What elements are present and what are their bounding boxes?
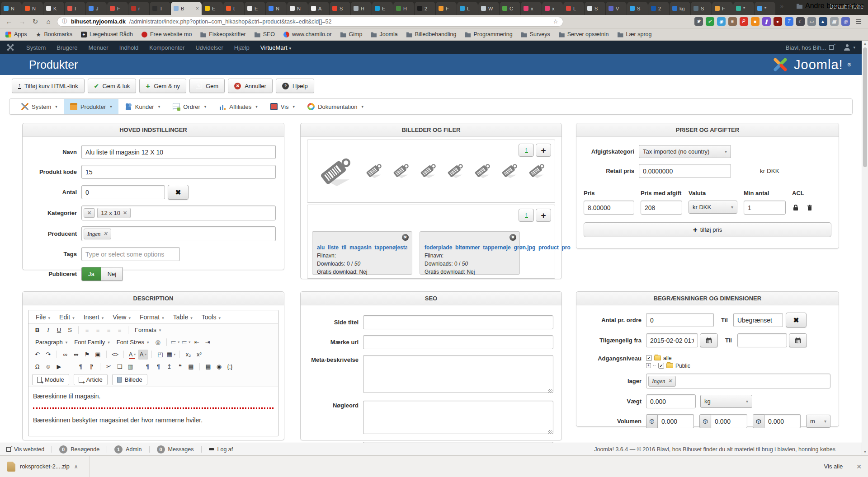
preview-icon[interactable]: ◉ [214, 362, 224, 372]
weight-unit-select[interactable]: kg [700, 395, 752, 408]
volume-unit-select[interactable]: m [806, 415, 830, 428]
browser-tab[interactable]: C [500, 2, 520, 15]
text-color-icon[interactable]: A [127, 350, 137, 360]
add-price-button[interactable]: tilføj pris [584, 222, 831, 237]
remove-chip-icon[interactable] [87, 210, 91, 216]
media-icon[interactable]: ▶ [54, 362, 64, 372]
keywords-textarea[interactable] [363, 401, 553, 434]
clear-quantity-button[interactable] [168, 185, 189, 200]
bookmark-item[interactable]: Apps [5, 31, 27, 37]
cast-icon[interactable]: ▭ [807, 17, 816, 26]
tools-menu[interactable]: Tools [197, 313, 225, 321]
underline-icon[interactable]: U [54, 325, 64, 335]
browser-tab[interactable]: F [107, 2, 128, 15]
formats-dropdown[interactable]: Formats [132, 325, 164, 335]
redo-icon[interactable]: ↷ [43, 350, 53, 360]
format-menu[interactable]: Format [135, 313, 169, 321]
browser-tab[interactable]: x [542, 2, 563, 15]
remove-file-icon[interactable] [402, 234, 409, 241]
admin-status[interactable]: 1 Admin [114, 445, 142, 454]
browser-tab[interactable]: N [287, 2, 308, 15]
toolbar-separator[interactable] [123, 351, 124, 358]
align-left-icon[interactable]: ≡ [82, 325, 92, 335]
page-title-input[interactable] [363, 315, 553, 329]
strikethrough-icon[interactable]: S [65, 325, 75, 335]
italic-icon[interactable]: I [43, 325, 53, 335]
price-input[interactable] [584, 201, 634, 215]
bookmark-item[interactable]: Lægehuset Rådh [81, 31, 133, 37]
view-site-link[interactable]: Biavl, hos Bih... [786, 44, 834, 51]
browser-tab[interactable]: W [478, 2, 499, 15]
bookmark-item[interactable]: SEO [255, 31, 275, 37]
forward-icon[interactable]: → [18, 18, 27, 25]
superscript-icon[interactable]: x² [194, 350, 204, 360]
min-qty-input[interactable] [744, 201, 786, 215]
clear-max-button[interactable] [786, 313, 807, 327]
show-all-downloads-button[interactable]: Vis alle [824, 463, 843, 470]
template-icon[interactable]: ▤ [186, 362, 196, 372]
background-color-icon[interactable]: A [138, 350, 148, 360]
align-justify-icon[interactable]: ≡ [114, 325, 125, 335]
vertical-scrollbar[interactable] [862, 41, 868, 455]
bookmark-item[interactable]: Free website mo [142, 31, 192, 37]
close-download-bar-icon[interactable] [856, 463, 862, 470]
volume-input[interactable] [764, 414, 801, 428]
pdf-icon[interactable]: P [740, 17, 748, 26]
menu-affiliates[interactable]: Affiliates [212, 99, 264, 114]
cancel-button[interactable]: Annuller [228, 79, 273, 93]
back-icon[interactable]: ← [5, 18, 14, 25]
save-button[interactable]: Gem [189, 79, 225, 93]
source-code-icon[interactable]: <> [110, 350, 120, 360]
category-chip[interactable] [84, 208, 95, 218]
page-info-icon[interactable]: ⓘ [62, 18, 67, 25]
browser-tab[interactable]: 2 [415, 2, 435, 15]
article-button[interactable]: Article [74, 374, 108, 385]
product-image-thumbnail[interactable] [391, 161, 412, 179]
add-file-button[interactable] [536, 209, 551, 222]
chevron-up-icon[interactable]: ∧ [74, 463, 78, 470]
browser-tab[interactable]: x [521, 2, 542, 15]
anchor-icon[interactable]: ⚑ [82, 350, 92, 360]
horizontal-rule-icon[interactable]: — [65, 362, 75, 372]
unlink-icon[interactable]: ∞ [71, 350, 81, 360]
admin-menu-item[interactable]: Hjælp [229, 44, 255, 51]
tax-category-select[interactable]: Tax imported (no country) [639, 145, 731, 158]
bookmark-item[interactable]: Surveys [521, 31, 550, 37]
tree-expand-icon[interactable] [646, 363, 651, 368]
browser-tab[interactable]: B × [171, 2, 202, 15]
browser-tab[interactable]: * [755, 2, 775, 15]
lock-icon[interactable] [792, 204, 799, 211]
scroll-down-icon[interactable] [862, 449, 868, 455]
admin-menu-item[interactable]: Udvidelser [190, 44, 228, 51]
published-yes-button[interactable]: Ja [82, 267, 101, 281]
browser-tab[interactable]: F [436, 2, 457, 15]
browser-tab[interactable]: * [733, 2, 754, 15]
admin-menu-item[interactable]: Komponenter [144, 44, 190, 51]
image-icon[interactable]: ▣ [93, 350, 103, 360]
link-icon[interactable]: ∞ [60, 350, 71, 360]
menu-display[interactable]: Vis [264, 99, 301, 114]
upload-file-button[interactable] [519, 209, 534, 222]
toolbar-separator[interactable] [106, 351, 107, 358]
logout-link[interactable]: Log af [209, 446, 233, 453]
bookmarks-overflow-icon[interactable]: » [780, 3, 783, 9]
add-cart-html-link-button[interactable]: Tilføj kurv HTML-link [12, 79, 85, 93]
category-chip[interactable]: 12 x 10 [97, 208, 131, 218]
brand-url-input[interactable] [363, 335, 553, 349]
bookmark-item[interactable]: Programmering [465, 31, 512, 37]
tags-input[interactable] [81, 247, 180, 261]
browser-tab[interactable]: S [691, 2, 712, 15]
file-menu[interactable]: File [31, 313, 55, 321]
eye-icon[interactable]: ◎ [841, 17, 850, 26]
font-sizes-dropdown[interactable]: Font Sizes [113, 337, 152, 347]
toolbar-separator[interactable] [166, 338, 167, 346]
bookmark-item[interactable]: Bookmarks [36, 31, 73, 37]
qty-per-order-input[interactable] [646, 313, 714, 327]
browser-tab[interactable]: E [202, 2, 223, 15]
resize-grip-icon[interactable] [548, 389, 552, 393]
edit-menu[interactable]: Edit [55, 313, 79, 321]
admin-menu-item[interactable]: Menuer [83, 44, 114, 51]
browser-tab[interactable]: N [1, 2, 22, 15]
stock-chip[interactable]: Ingen [648, 376, 676, 387]
remove-file-icon[interactable] [509, 234, 516, 241]
